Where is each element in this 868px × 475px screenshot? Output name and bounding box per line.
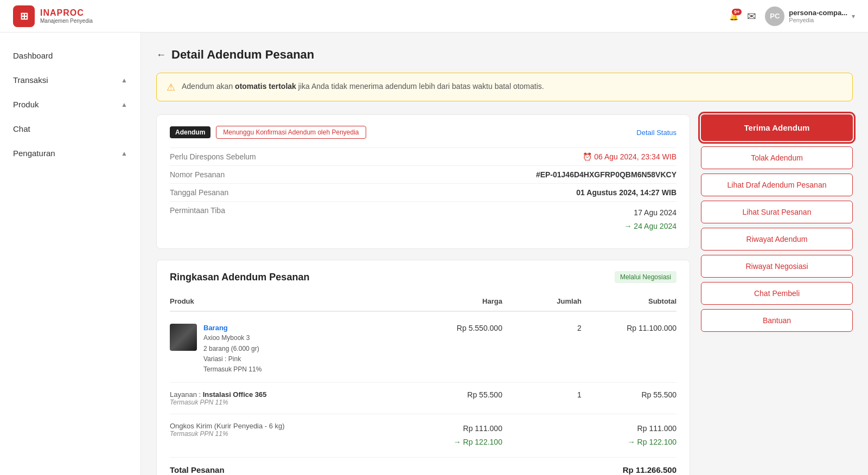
- terima-adendum-button[interactable]: Terima Adendum: [701, 114, 853, 141]
- sidebar-item-label: Dashboard: [13, 51, 53, 60]
- ongkir-row: Ongkos Kirim (Kurir Penyedia - 6 kg) Ter…: [170, 414, 676, 457]
- ongkir-harga-old: Rp 111.000: [407, 422, 502, 435]
- sidebar-item-transaksi[interactable]: Transaksi ▲: [0, 68, 141, 92]
- notification-icon[interactable]: 🔔 9+: [729, 12, 738, 21]
- bantuan-button[interactable]: Bantuan: [701, 309, 853, 332]
- lihat-surat-button[interactable]: Lihat Surat Pesanan: [701, 201, 853, 223]
- ongkir-subtotal-old: Rp 111.000: [582, 422, 676, 435]
- sidebar-item-chat[interactable]: Chat: [0, 117, 141, 141]
- right-panel: Terima Adendum Tolak Adendum Lihat Draf …: [701, 114, 853, 475]
- product-category[interactable]: Barang: [203, 324, 261, 332]
- badge-waiting: Menunggu Konfirmasi Adendum oleh Penyedi…: [216, 126, 366, 139]
- service-name: Instalasi Office 365: [203, 390, 267, 399]
- info-row-arrival: Permintaan Tiba 17 Agu 2024 → 24 Agu 202…: [170, 201, 676, 238]
- ongkir-subtotal: Rp 111.000 → Rp 122.100: [582, 422, 676, 449]
- notif-badge: 9+: [732, 9, 742, 15]
- back-button[interactable]: ←: [156, 49, 166, 61]
- service-label: Layanan : Instalasi Office 365: [170, 390, 407, 399]
- info-label: Perlu Direspons Sebelum: [170, 152, 256, 161]
- alert-text-before: Adendum akan: [182, 82, 235, 91]
- ringkasan-header: Ringkasan Adendum Pesanan Melalui Negosi…: [170, 271, 676, 283]
- user-area[interactable]: PC persona-compa... Penyedia ▾: [765, 7, 855, 26]
- riwayat-negosiasi-button[interactable]: Riwayat Negosiasi: [701, 255, 853, 278]
- total-value: Rp 11.266.500: [623, 465, 676, 474]
- arrival-date-new: → 24 Agu 2024: [624, 220, 676, 233]
- main-content: ← Detail Adendum Pesanan ⚠ Adendum akan …: [141, 33, 868, 475]
- product-cell: Barang Axioo Mybook 3 2 barang (6.000 gr…: [170, 324, 407, 375]
- mail-icon[interactable]: ✉: [747, 10, 756, 23]
- avatar: PC: [765, 7, 784, 26]
- product-info: Barang Axioo Mybook 3 2 barang (6.000 gr…: [203, 324, 261, 375]
- ringkasan-title: Ringkasan Adendum Pesanan: [170, 272, 309, 283]
- product-variasi: Variasi : Pink: [203, 354, 261, 364]
- header: ⊞ INAPROC Manajemen Penyedia 🔔 9+ ✉ PC p…: [0, 0, 868, 33]
- service-jumlah: 1: [502, 390, 582, 399]
- alert-bold: otomatis tertolak: [235, 82, 296, 91]
- arrival-date-old: 17 Agu 2024: [624, 206, 676, 220]
- sidebar-item-dashboard[interactable]: Dashboard: [0, 43, 141, 68]
- product-name-text: Axioo Mybook 3: [203, 333, 261, 343]
- logo-title: INAPROC: [40, 8, 93, 18]
- service-harga: Rp 55.500: [407, 390, 502, 399]
- sidebar-item-pengaturan[interactable]: Pengaturan ▲: [0, 141, 141, 165]
- chevron-up-icon: ▲: [121, 150, 127, 157]
- col-jumlah: Jumlah: [502, 297, 582, 305]
- page-title: Detail Adendum Pesanan: [171, 48, 314, 62]
- chat-pembeli-button[interactable]: Chat Pembeli: [701, 282, 853, 305]
- sidebar: Dashboard Transaksi ▲ Produk ▲ Chat Peng…: [0, 33, 141, 475]
- info-value-order-number: #EP-01J46D4HXGFRP0QBM6N58VKCY: [536, 170, 676, 179]
- user-info: persona-compa... Penyedia: [789, 9, 847, 23]
- product-jumlah: 2: [502, 324, 582, 332]
- sidebar-item-label: Chat: [13, 124, 30, 133]
- detail-status-link[interactable]: Detail Status: [636, 129, 676, 137]
- riwayat-adendum-button[interactable]: Riwayat Adendum: [701, 228, 853, 251]
- content-row: Adendum Menunggu Konfirmasi Adendum oleh…: [156, 114, 853, 475]
- logo-text: INAPROC Manajemen Penyedia: [40, 8, 93, 24]
- col-harga: Harga: [407, 297, 502, 305]
- page-header: ← Detail Adendum Pesanan: [156, 48, 853, 62]
- info-value-order-date: 01 Agustus 2024, 14:27 WIB: [576, 188, 676, 197]
- col-produk: Produk: [170, 297, 407, 305]
- content-main: Adendum Menunggu Konfirmasi Adendum oleh…: [156, 114, 690, 475]
- alert-banner: ⚠ Adendum akan otomatis tertolak jika An…: [156, 73, 853, 101]
- lihat-draf-button[interactable]: Lihat Draf Adendum Pesanan: [701, 174, 853, 196]
- total-label: Total Pesanan: [170, 465, 225, 474]
- product-subtotal: Rp 11.100.000: [582, 324, 676, 332]
- ongkir-subtotal-new: → Rp 122.100: [582, 435, 676, 449]
- total-row: Total Pesanan Rp 11.266.500: [170, 458, 676, 476]
- tolak-adendum-button[interactable]: Tolak Adendum: [701, 146, 853, 169]
- product-img-inner: [170, 324, 197, 351]
- logo-area: ⊞ INAPROC Manajemen Penyedia: [13, 5, 93, 27]
- sidebar-item-label: Pengaturan: [13, 149, 55, 158]
- chevron-up-icon: ▲: [121, 101, 127, 108]
- layout: Dashboard Transaksi ▲ Produk ▲ Chat Peng…: [0, 33, 868, 475]
- info-value-arrival: 17 Agu 2024 → 24 Agu 2024: [624, 206, 676, 233]
- info-label: Permintaan Tiba: [170, 206, 225, 215]
- table-header: Produk Harga Jumlah Subtotal: [170, 292, 676, 312]
- service-row: Layanan : Instalasi Office 365 Termasuk …: [170, 383, 676, 414]
- service-cell: Layanan : Instalasi Office 365 Termasuk …: [170, 390, 407, 406]
- info-value-respond: ⏰ 06 Agu 2024, 23:34 WIB: [583, 152, 676, 161]
- product-harga: Rp 5.550.000: [407, 324, 502, 332]
- user-name: persona-compa...: [789, 9, 847, 17]
- col-subtotal: Subtotal: [582, 297, 676, 305]
- ongkir-harga-new: → Rp 122.100: [407, 435, 502, 449]
- info-row-respond: Perlu Direspons Sebelum ⏰ 06 Agu 2024, 2…: [170, 147, 676, 165]
- info-label: Nomor Pesanan: [170, 170, 225, 179]
- service-subtotal: Rp 55.500: [582, 390, 676, 399]
- logo-subtitle: Manajemen Penyedia: [40, 18, 93, 24]
- status-row: Adendum Menunggu Konfirmasi Adendum oleh…: [170, 126, 676, 139]
- ongkir-cell: Ongkos Kirim (Kurir Penyedia - 6 kg) Ter…: [170, 422, 407, 438]
- badge-adendum: Adendum: [170, 126, 210, 138]
- service-ppn: Termasuk PPN 11%: [170, 399, 407, 406]
- alert-text-after: jika Anda tidak menerima adendum lebih d…: [296, 82, 544, 91]
- sidebar-item-label: Transaksi: [13, 75, 48, 85]
- sidebar-item-produk[interactable]: Produk ▲: [0, 92, 141, 117]
- logo-icon: ⊞: [13, 5, 35, 27]
- chevron-down-icon: ▾: [852, 12, 855, 20]
- ringkasan-card: Ringkasan Adendum Pesanan Melalui Negosi…: [156, 260, 690, 475]
- ongkir-label: Ongkos Kirim (Kurir Penyedia - 6 kg): [170, 422, 407, 430]
- product-ppn: Termasuk PPN 11%: [203, 364, 261, 375]
- header-right: 🔔 9+ ✉ PC persona-compa... Penyedia ▾: [729, 7, 855, 26]
- info-label: Tanggal Pesanan: [170, 188, 228, 197]
